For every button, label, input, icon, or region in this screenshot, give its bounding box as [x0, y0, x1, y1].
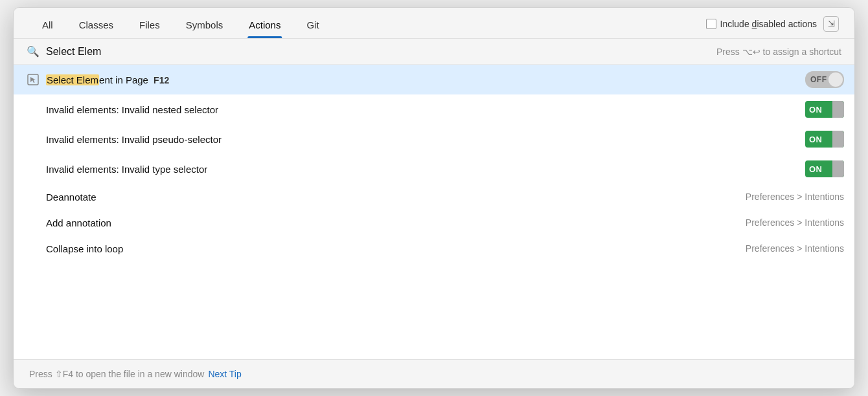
result-icon-invalid-pseudo: [27, 133, 40, 146]
results-list: Select Element in Page F12OFFInvalid ele…: [14, 64, 854, 359]
result-highlight-select-element: Select Elem: [46, 74, 99, 85]
result-right-collapse-loop: Preferences > Intentions: [746, 243, 844, 254]
result-text-collapse-loop: Collapse into loop: [46, 243, 746, 254]
result-text-deannotate: Deannotate: [46, 192, 746, 203]
tab-git[interactable]: Git: [293, 14, 332, 38]
tab-symbols[interactable]: Symbols: [173, 14, 236, 38]
result-shortcut-select-element: F12: [154, 75, 169, 85]
result-text-invalid-pseudo: Invalid elements: Invalid pseudo-selecto…: [46, 134, 805, 145]
result-text-select-element: Select Element in Page F12: [46, 74, 805, 85]
result-icon-deannotate: [27, 190, 40, 203]
tab-bar: AllClassesFilesSymbolsActionsGit Include…: [14, 8, 854, 39]
footer: Press ⇧F4 to open the file in a new wind…: [14, 359, 854, 388]
result-item-collapse-loop[interactable]: Collapse into loopPreferences > Intentio…: [14, 236, 854, 261]
result-icon-invalid-type: [27, 162, 40, 175]
next-tip-button[interactable]: Next Tip: [208, 369, 241, 379]
shortcut-hint: Press ⌥↩ to assign a shortcut: [716, 47, 841, 57]
result-text-invalid-nested: Invalid elements: Invalid nested selecto…: [46, 104, 805, 115]
search-input[interactable]: [46, 46, 710, 58]
tab-bar-left: AllClassesFilesSymbolsActionsGit: [29, 14, 706, 38]
search-icon: 🔍: [27, 45, 40, 58]
result-text-add-annotation: Add annotation: [46, 217, 746, 228]
result-icon-collapse-loop: [27, 242, 40, 255]
toggle-on-invalid-type[interactable]: ON: [805, 160, 844, 177]
resize-button[interactable]: ⇲: [823, 16, 839, 32]
include-disabled-checkbox[interactable]: [706, 19, 716, 29]
result-item-add-annotation[interactable]: Add annotationPreferences > Intentions: [14, 210, 854, 236]
toggle-off-select-element[interactable]: OFF: [805, 71, 844, 88]
tab-all[interactable]: All: [29, 14, 66, 38]
result-right-invalid-nested: ON: [805, 101, 844, 118]
result-right-invalid-type: ON: [805, 160, 844, 177]
result-right-deannotate: Preferences > Intentions: [746, 192, 844, 202]
result-item-deannotate[interactable]: DeannotatePreferences > Intentions: [14, 184, 854, 210]
tab-files[interactable]: Files: [126, 14, 173, 38]
search-row: 🔍 Press ⌥↩ to assign a shortcut: [14, 39, 854, 64]
footer-tip-text: Press ⇧F4 to open the file in a new wind…: [29, 369, 204, 379]
result-text-invalid-type: Invalid elements: Invalid type selector: [46, 164, 805, 175]
tab-classes[interactable]: Classes: [66, 14, 126, 38]
result-right-invalid-pseudo: ON: [805, 131, 844, 148]
result-icon-invalid-nested: [27, 103, 40, 116]
tab-bar-right: Include disabled actions ⇲: [706, 16, 839, 37]
pref-text-add-annotation: Preferences > Intentions: [746, 217, 844, 228]
toggle-on-invalid-pseudo[interactable]: ON: [805, 131, 844, 148]
pref-text-collapse-loop: Preferences > Intentions: [746, 243, 844, 254]
result-item-select-element[interactable]: Select Element in Page F12OFF: [14, 65, 854, 94]
result-item-invalid-pseudo[interactable]: Invalid elements: Invalid pseudo-selecto…: [14, 124, 854, 154]
result-item-invalid-type[interactable]: Invalid elements: Invalid type selectorO…: [14, 154, 854, 184]
include-disabled-container[interactable]: Include disabled actions: [706, 19, 817, 29]
result-right-select-element: OFF: [805, 71, 844, 88]
toggle-on-invalid-nested[interactable]: ON: [805, 101, 844, 118]
actions-dialog: AllClassesFilesSymbolsActionsGit Include…: [13, 7, 855, 389]
include-disabled-label: Include disabled actions: [720, 19, 817, 29]
result-icon-add-annotation: [27, 216, 40, 229]
result-icon-select-element: [27, 73, 40, 86]
result-item-invalid-nested[interactable]: Invalid elements: Invalid nested selecto…: [14, 94, 854, 124]
pref-text-deannotate: Preferences > Intentions: [746, 192, 844, 202]
tab-actions[interactable]: Actions: [236, 14, 293, 38]
result-right-add-annotation: Preferences > Intentions: [746, 217, 844, 228]
